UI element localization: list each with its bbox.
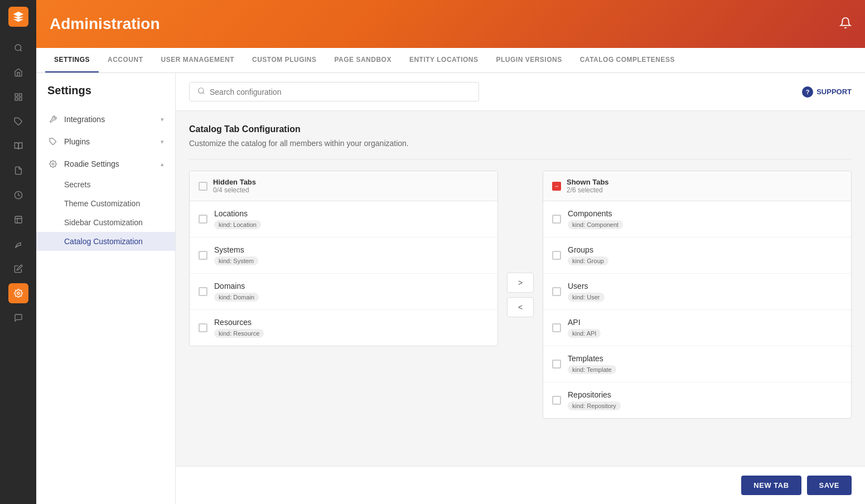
shown-tabs-checkbox[interactable]: − xyxy=(552,182,561,191)
svg-rect-2 xyxy=(19,94,22,96)
left-sidebar xyxy=(0,0,36,504)
top-header: Administration xyxy=(36,0,865,48)
svg-point-10 xyxy=(52,163,54,165)
move-right-button[interactable]: > xyxy=(507,273,534,293)
components-checkbox[interactable] xyxy=(552,215,561,224)
hidden-item-domains: Domains kind: Domain xyxy=(190,274,497,310)
page-title: Administration xyxy=(50,15,160,33)
groups-badge: kind: Group xyxy=(568,256,608,265)
settings-sidebar: Settings Integrations ▾ Plugins xyxy=(36,73,176,504)
users-badge: kind: User xyxy=(568,293,605,302)
nav-home-icon[interactable] xyxy=(8,62,28,83)
hidden-item-resources: Resources kind: Resource xyxy=(190,310,497,346)
plugins-label: Plugins xyxy=(64,137,90,146)
hidden-tabs-count: 0/4 selected xyxy=(213,186,256,194)
tab-navigation: SETTINGS ACCOUNT USER MANAGEMENT CUSTOM … xyxy=(36,48,865,73)
sidebar-sub-item-secrets[interactable]: Secrets xyxy=(36,175,175,194)
nav-table-icon[interactable] xyxy=(8,210,28,230)
support-icon: ? xyxy=(802,86,813,98)
tab-settings[interactable]: SETTINGS xyxy=(45,48,99,72)
support-link[interactable]: ? SUPPORT xyxy=(802,86,852,98)
plugins-chevron-icon: ▾ xyxy=(161,138,164,146)
groups-name: Groups xyxy=(568,245,608,254)
shown-tabs-header: − Shown Tabs 2/6 selected xyxy=(543,171,851,201)
shown-item-groups: Groups kind: Group xyxy=(543,238,851,274)
nav-clock-icon[interactable] xyxy=(8,185,28,205)
groups-checkbox[interactable] xyxy=(552,251,561,260)
repositories-checkbox[interactable] xyxy=(552,396,561,405)
svg-rect-7 xyxy=(15,216,22,223)
repositories-badge: kind: Repository xyxy=(568,401,621,410)
notification-bell-icon[interactable] xyxy=(839,17,852,32)
new-tab-button[interactable]: NEW TAB xyxy=(741,476,801,495)
sidebar-item-integrations[interactable]: Integrations ▾ xyxy=(36,108,175,130)
shown-item-repositories: Repositories kind: Repository xyxy=(543,382,851,418)
tab-catalog-completeness[interactable]: CATALOG COMPLETENESS xyxy=(571,48,684,72)
integrations-chevron-icon: ▾ xyxy=(161,116,164,123)
hidden-tabs-panel: Hidden Tabs 0/4 selected Locations kind:… xyxy=(189,171,498,346)
domains-checkbox[interactable] xyxy=(199,287,207,296)
svg-rect-1 xyxy=(15,94,18,96)
domains-badge: kind: Domain xyxy=(214,293,259,302)
tab-account[interactable]: ACCOUNT xyxy=(99,48,152,72)
nav-search-icon[interactable] xyxy=(8,38,28,58)
nav-edit-icon[interactable] xyxy=(8,259,28,279)
hidden-tabs-title: Hidden Tabs xyxy=(213,178,256,186)
users-checkbox[interactable] xyxy=(552,287,561,296)
sidebar-item-roadie-settings[interactable]: Roadie Settings ▴ xyxy=(36,153,175,175)
app-logo[interactable] xyxy=(8,7,28,27)
nav-gear-icon[interactable] xyxy=(8,283,28,303)
integrations-label: Integrations xyxy=(64,115,105,124)
nav-doc-icon[interactable] xyxy=(8,161,28,181)
shown-item-templates: Templates kind: Template xyxy=(543,346,851,382)
sidebar-item-plugins[interactable]: Plugins ▾ xyxy=(36,130,175,153)
sidebar-sub-item-catalog[interactable]: Catalog Customization xyxy=(36,232,175,251)
bottom-actions: NEW TAB SAVE xyxy=(176,466,865,504)
support-label: SUPPORT xyxy=(816,88,852,96)
tab-user-management[interactable]: USER MANAGEMENT xyxy=(152,48,244,72)
tab-entity-locations[interactable]: ENTITY LOCATIONS xyxy=(400,48,487,72)
hidden-tabs-checkbox[interactable] xyxy=(199,182,207,191)
api-name: API xyxy=(568,318,601,327)
transfer-container: Hidden Tabs 0/4 selected Locations kind:… xyxy=(189,171,852,419)
shown-tabs-count: 2/6 selected xyxy=(567,186,609,194)
svg-point-8 xyxy=(17,292,20,294)
systems-checkbox[interactable] xyxy=(199,251,207,260)
section-desc: Customize the catalog for all members wi… xyxy=(189,139,852,148)
save-button[interactable]: SAVE xyxy=(807,476,852,495)
search-configuration-box[interactable] xyxy=(189,82,479,101)
sidebar-sub-item-theme[interactable]: Theme Customization xyxy=(36,194,175,213)
nav-book-icon[interactable] xyxy=(8,136,28,156)
section-title: Catalog Tab Configuration xyxy=(189,124,852,134)
svg-rect-3 xyxy=(15,98,18,100)
search-input[interactable] xyxy=(210,88,471,96)
sidebar-sub-item-sidebar[interactable]: Sidebar Customization xyxy=(36,213,175,232)
systems-badge: kind: System xyxy=(214,256,258,265)
locations-checkbox[interactable] xyxy=(199,215,207,224)
separator xyxy=(189,159,852,159)
shown-item-users: Users kind: User xyxy=(543,274,851,310)
users-name: Users xyxy=(568,282,605,290)
nav-list-icon[interactable] xyxy=(8,87,28,107)
nav-chat-icon[interactable] xyxy=(8,308,28,328)
main-area: Administration SETTINGS ACCOUNT USER MAN… xyxy=(36,0,865,504)
nav-leaf-icon[interactable] xyxy=(8,234,28,254)
settings-title: Settings xyxy=(36,84,175,108)
resources-name: Resources xyxy=(214,318,264,327)
shown-item-components: Components kind: Component xyxy=(543,201,851,238)
templates-checkbox[interactable] xyxy=(552,360,561,369)
move-left-button[interactable]: < xyxy=(507,297,534,317)
domains-name: Domains xyxy=(214,282,259,290)
tab-page-sandbox[interactable]: PAGE SANDBOX xyxy=(325,48,400,72)
resources-checkbox[interactable] xyxy=(199,323,207,332)
hidden-tabs-header: Hidden Tabs 0/4 selected xyxy=(190,171,497,201)
components-name: Components xyxy=(568,209,623,218)
tab-custom-plugins[interactable]: CUSTOM PLUGINS xyxy=(243,48,325,72)
repositories-name: Repositories xyxy=(568,390,621,399)
api-checkbox[interactable] xyxy=(552,323,561,332)
tab-plugin-versions[interactable]: PLUGIN VERSIONS xyxy=(487,48,571,72)
api-badge: kind: API xyxy=(568,329,601,338)
svg-point-0 xyxy=(15,45,21,51)
svg-point-11 xyxy=(199,88,204,93)
nav-puzzle-icon[interactable] xyxy=(8,112,28,132)
